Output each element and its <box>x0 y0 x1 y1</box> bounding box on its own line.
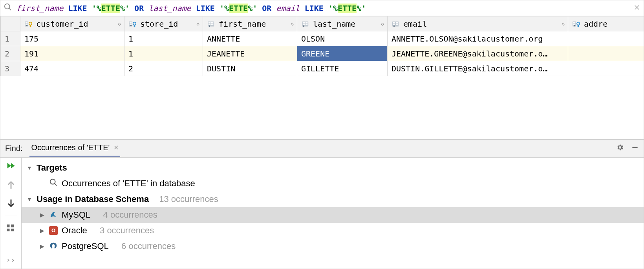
column-header-first_name[interactable]: first_name◇ <box>203 16 297 31</box>
column-type-icon <box>301 20 310 27</box>
svg-point-37 <box>574 25 576 26</box>
tree-usage-header[interactable]: ▼ Usage in Database Schema 13 occurrence… <box>22 191 644 207</box>
svg-rect-17 <box>209 22 210 23</box>
column-type-icon <box>572 20 581 27</box>
svg-point-33 <box>393 25 395 27</box>
next-occurrence-icon[interactable] <box>5 198 16 209</box>
tree-targets-header[interactable]: ▼ Targets <box>22 160 644 176</box>
tree-db-name: MySQL <box>62 210 90 220</box>
tree-db-count: 6 occurrences <box>121 241 176 251</box>
column-name: customer_id <box>36 19 88 29</box>
find-tab[interactable]: Occurrences of 'ETTE' ✕ <box>29 140 120 157</box>
svg-rect-18 <box>211 22 213 23</box>
svg-rect-45 <box>7 225 9 227</box>
column-name: first_name <box>219 19 266 29</box>
svg-point-0 <box>5 4 10 9</box>
cell[interactable]: 175 <box>20 31 124 46</box>
svg-rect-9 <box>30 24 31 27</box>
svg-rect-36 <box>573 24 575 25</box>
svg-rect-46 <box>7 229 9 231</box>
cell[interactable]: DUSTIN.GILLETTE@sakilacustomer.o… <box>388 61 568 76</box>
tree-db-item-oracle[interactable]: ▶OOracle 3 occurrences <box>22 223 644 238</box>
svg-rect-25 <box>303 24 305 25</box>
svg-line-1 <box>9 8 11 10</box>
svg-rect-39 <box>578 24 579 27</box>
svg-rect-29 <box>393 22 395 23</box>
cell[interactable]: ANNETTE.OLSON@sakilacustomer.org <box>388 31 568 46</box>
svg-rect-12 <box>130 24 132 25</box>
settings-icon[interactable] <box>616 144 624 153</box>
cell[interactable]: ANNETTE <box>203 31 297 46</box>
cell[interactable]: 191 <box>20 46 124 61</box>
cell[interactable]: 474 <box>20 61 124 76</box>
svg-line-50 <box>55 184 57 185</box>
svg-marker-41 <box>7 163 11 169</box>
column-header-addre[interactable]: addre <box>568 16 644 31</box>
cell[interactable]: OLSON <box>297 31 388 46</box>
sort-indicator-icon[interactable]: ◇ <box>381 21 383 27</box>
tree-db-item-mysql[interactable]: ▶MySQL 4 occurrences <box>22 207 644 223</box>
sort-indicator-icon[interactable]: ◇ <box>562 21 564 27</box>
clear-filter-icon[interactable] <box>633 4 640 13</box>
minimize-icon[interactable] <box>631 144 639 153</box>
find-panel-header: Find: Occurrences of 'ETTE' ✕ <box>0 140 644 158</box>
column-name: store_id <box>140 19 178 29</box>
tree-db-count: 4 occurrences <box>103 210 157 220</box>
column-header-store_id[interactable]: store_id◇ <box>124 16 203 31</box>
tree-target-line[interactable]: ▼ Occurrences of 'ETTE' in database <box>22 176 644 191</box>
row-number-cell[interactable]: 1 <box>1 31 20 46</box>
svg-point-8 <box>29 22 32 25</box>
svg-rect-11 <box>130 22 132 23</box>
cell[interactable]: GILLETTE <box>297 61 388 76</box>
find-gutter: ›› <box>0 158 22 269</box>
column-type-icon <box>128 20 137 27</box>
svg-point-38 <box>577 22 580 25</box>
group-by-icon[interactable] <box>5 223 16 234</box>
svg-rect-23 <box>303 22 305 23</box>
svg-rect-5 <box>26 22 27 23</box>
cell[interactable] <box>568 46 644 61</box>
table-row[interactable]: 34742DUSTINGILLETTEDUSTIN.GILLETTE@sakil… <box>1 61 644 76</box>
magnifier-icon <box>49 178 58 189</box>
column-name: email <box>403 19 427 29</box>
column-header-customer_id[interactable]: customer_id◇ <box>20 16 124 31</box>
row-number-cell[interactable]: 3 <box>1 61 20 76</box>
column-header-last_name[interactable]: last_name◇ <box>297 16 388 31</box>
sort-indicator-icon[interactable]: ◇ <box>196 21 199 27</box>
svg-marker-42 <box>11 163 15 169</box>
table-row[interactable]: 11751ANNETTEOLSONANNETTE.OLSON@sakilacus… <box>1 31 644 46</box>
mysql-icon <box>49 211 58 219</box>
svg-point-49 <box>50 179 55 184</box>
svg-point-13 <box>130 25 132 26</box>
svg-rect-15 <box>134 24 135 27</box>
table-row[interactable]: 21911JEANETTEGREENEJEANETTE.GREENE@sakil… <box>1 46 644 61</box>
find-tree[interactable]: ▼ Targets ▼ Occurrences of 'ETTE' in dat… <box>22 158 644 269</box>
row-number-cell[interactable]: 2 <box>1 46 20 61</box>
cell[interactable]: 1 <box>124 46 203 61</box>
sort-indicator-icon[interactable]: ◇ <box>291 21 293 27</box>
column-name: last_name <box>313 19 355 29</box>
rerun-icon[interactable] <box>5 162 16 173</box>
svg-rect-35 <box>573 22 575 23</box>
cell[interactable] <box>568 31 644 46</box>
cell[interactable]: 2 <box>124 61 203 76</box>
filter-expression-input[interactable]: first_name LIKE '%ETTE%' OR last_name LI… <box>16 4 627 13</box>
cell[interactable] <box>568 61 644 76</box>
svg-rect-31 <box>393 24 395 25</box>
sort-indicator-icon[interactable]: ◇ <box>118 21 120 27</box>
cell[interactable]: 1 <box>124 31 203 46</box>
more-icon[interactable]: ›› <box>6 256 16 264</box>
row-number-header <box>1 16 20 31</box>
prev-occurrence-icon[interactable] <box>5 180 16 191</box>
cell[interactable]: GREENE <box>297 46 388 61</box>
cell[interactable]: DUSTIN <box>203 61 297 76</box>
cell[interactable]: JEANETTE.GREENE@sakilacustomer.o… <box>388 46 568 61</box>
close-tab-icon[interactable]: ✕ <box>113 144 119 151</box>
tree-db-item-postgresql[interactable]: ▶PostgreSQL 6 occurrences <box>22 238 644 254</box>
svg-rect-30 <box>396 22 398 23</box>
svg-rect-19 <box>209 24 210 25</box>
cell[interactable]: JEANETTE <box>203 46 297 61</box>
column-header-email[interactable]: email◇ <box>388 16 568 31</box>
svg-rect-48 <box>11 229 14 231</box>
oracle-icon: O <box>49 226 58 235</box>
